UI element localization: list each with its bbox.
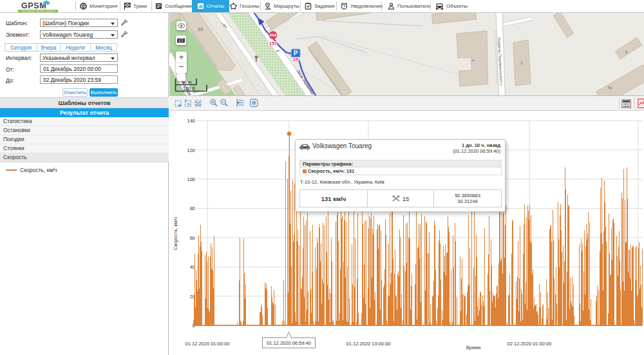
svg-text:Скорость, км/ч: Скорость, км/ч: [173, 217, 178, 250]
svg-text:5а: 5а: [608, 86, 612, 90]
svg-text:100: 100: [187, 177, 195, 182]
svg-text:10: 10: [198, 27, 203, 32]
svg-text:P: P: [294, 50, 298, 57]
svg-text:120: 120: [187, 148, 195, 153]
svg-text:40: 40: [190, 264, 195, 270]
svg-text:140: 140: [187, 118, 195, 124]
svg-text:Время: Время: [466, 345, 481, 350]
svg-text:100 ft: 100 ft: [183, 86, 196, 91]
svg-text:02.12.2020 01:00:00: 02.12.2020 01:00:00: [507, 341, 552, 347]
svg-text:80: 80: [190, 206, 195, 211]
svg-text:157: 157: [269, 41, 278, 46]
svg-text:01.12.2020 01:00:00: 01.12.2020 01:00:00: [185, 341, 230, 347]
svg-text:01.12.2020 06:59:40: 01.12.2020 06:59:40: [267, 340, 311, 346]
svg-text:60: 60: [190, 235, 195, 241]
svg-text:01.12.2020 13:00:00: 01.12.2020 13:00:00: [346, 341, 391, 347]
svg-text:STOP: STOP: [270, 34, 275, 37]
svg-text:25: 25: [293, 57, 298, 62]
